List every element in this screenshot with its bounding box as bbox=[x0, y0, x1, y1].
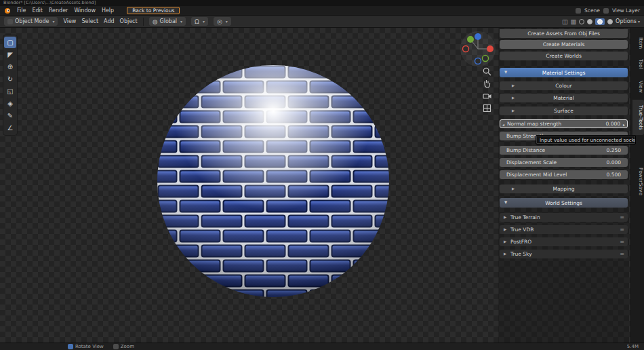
tooltip: Input value used for unconnected socket bbox=[536, 135, 636, 144]
statusbar-stats: 5.4M bbox=[627, 344, 639, 349]
slider-label: Displacement Scale bbox=[506, 158, 557, 167]
overlays-icon[interactable]: ◫ bbox=[562, 18, 568, 25]
sphere-object[interactable] bbox=[157, 64, 390, 298]
menu-object[interactable]: Object bbox=[120, 18, 138, 24]
world-settings-header[interactable]: World Settings bbox=[500, 198, 628, 208]
menu-edit[interactable]: Edit bbox=[32, 7, 43, 14]
tool-transform[interactable]: ◈ bbox=[4, 98, 16, 109]
slider-label: Displacement Mid Level bbox=[506, 170, 567, 179]
slider-value: 0.250 bbox=[607, 146, 621, 155]
tool-move[interactable]: ⊕ bbox=[4, 61, 16, 73]
displacement-scale-slider[interactable]: Displacement Scale 0.000 bbox=[500, 158, 628, 167]
true-sky-panel[interactable]: True Sky ≡ bbox=[500, 250, 628, 258]
wireframe-shading-icon[interactable] bbox=[579, 19, 584, 24]
gizmo-y-axis bbox=[467, 36, 474, 43]
menu-file[interactable]: File bbox=[17, 7, 26, 14]
sidebar-panel: Create Assets From Obj Files Create Mate… bbox=[498, 28, 629, 343]
scene-selector[interactable]: Scene bbox=[584, 7, 600, 14]
menu-select[interactable]: Select bbox=[81, 18, 98, 24]
window-title: Blender* [C:\Users\...\CreateAssets.blen… bbox=[3, 0, 96, 5]
pan-hand-icon[interactable] bbox=[483, 79, 491, 88]
gizmo-x-axis-neg bbox=[463, 46, 469, 52]
gizmo-x-axis bbox=[487, 45, 494, 52]
grip-icon[interactable]: ≡ bbox=[620, 250, 624, 258]
colour-section[interactable]: Colour bbox=[500, 81, 628, 90]
gizmo-y-axis-neg bbox=[483, 56, 489, 62]
slider-decrease-icon[interactable]: ◂ bbox=[502, 120, 504, 129]
postfro-panel[interactable]: PostFRO ≡ bbox=[500, 237, 628, 246]
tool-rotate[interactable]: ↻ bbox=[4, 73, 16, 85]
xray-icon[interactable]: ▥ bbox=[571, 18, 577, 25]
transform-orientation-dropdown[interactable]: ◍ Global bbox=[149, 17, 186, 26]
menu-window[interactable]: Window bbox=[74, 7, 96, 14]
menu-render[interactable]: Render bbox=[49, 7, 68, 14]
menu-add[interactable]: Add bbox=[104, 18, 115, 24]
hint-label: Zoom bbox=[121, 344, 134, 349]
mapping-section[interactable]: Mapping bbox=[500, 184, 628, 193]
grip-icon[interactable]: ≡ bbox=[620, 237, 624, 246]
slider-label: Normal map strength bbox=[507, 119, 561, 128]
view-layer-selector[interactable]: View Layer bbox=[612, 7, 640, 14]
window-titlebar: Blender* [C:\Users\...\CreateAssets.blen… bbox=[0, 0, 644, 6]
material-shading-icon bbox=[597, 19, 603, 24]
grip-icon[interactable]: ≡ bbox=[620, 213, 624, 222]
tab-powersave[interactable]: PowerSave bbox=[632, 163, 644, 200]
options-dropdown[interactable]: Options bbox=[616, 18, 640, 24]
create-materials-button[interactable]: Create Materials bbox=[500, 40, 628, 49]
mouse-left-icon bbox=[68, 344, 73, 349]
orthographic-grid-icon[interactable] bbox=[483, 104, 491, 113]
normal-map-strength-slider[interactable]: ◂ Normal map strength 0.000 ▸ bbox=[500, 119, 628, 128]
create-assets-button[interactable]: Create Assets From Obj Files bbox=[500, 29, 628, 38]
snapping-dropdown[interactable]: Ω bbox=[191, 17, 208, 26]
object-mode-icon bbox=[7, 19, 13, 24]
grip-icon[interactable]: ≡ bbox=[620, 225, 624, 234]
viewport-header-right: ◫ ▥ Options bbox=[562, 18, 640, 25]
zoom-icon[interactable] bbox=[483, 67, 491, 76]
tool-box-select[interactable]: ▢ bbox=[4, 37, 16, 48]
slider-value: 0.000 bbox=[606, 119, 620, 128]
create-worlds-button[interactable]: Create Worlds bbox=[500, 52, 628, 60]
true-vdb-panel[interactable]: True VDB ≡ bbox=[500, 225, 628, 234]
menu-view[interactable]: View bbox=[63, 18, 76, 24]
tool-scale[interactable]: ◱ bbox=[4, 85, 16, 97]
slider-increase-icon[interactable]: ▸ bbox=[623, 120, 625, 129]
statusbar: Rotate View Zoom 5.4M bbox=[0, 343, 644, 350]
material-shading-active[interactable] bbox=[595, 18, 605, 25]
panel-label: PostFRO bbox=[510, 237, 531, 246]
back-to-previous-button[interactable]: Back to Previous bbox=[127, 7, 180, 14]
gizmo-z-axis bbox=[475, 33, 481, 40]
blender-window: Blender* [C:\Users\...\CreateAssets.blen… bbox=[0, 0, 644, 350]
material-section[interactable]: Material bbox=[500, 94, 628, 102]
divider bbox=[143, 18, 144, 26]
slider-value: 0.500 bbox=[607, 170, 621, 179]
tab-item[interactable]: Item bbox=[632, 35, 644, 52]
tool-annotate[interactable]: ✎ bbox=[4, 110, 16, 121]
solid-shading-icon[interactable] bbox=[587, 19, 592, 24]
proportional-editing-dropdown[interactable]: ◎ bbox=[214, 17, 231, 26]
mode-dropdown[interactable]: Object Mode bbox=[4, 17, 58, 26]
camera-icon[interactable] bbox=[483, 92, 491, 100]
viewport-controls bbox=[483, 67, 491, 113]
displacement-mid-level-slider[interactable]: Displacement Mid Level 0.500 bbox=[500, 170, 628, 179]
surface-section[interactable]: Surface bbox=[500, 106, 628, 115]
rendered-shading-icon[interactable] bbox=[607, 19, 613, 24]
tool-cursor[interactable]: ◤ bbox=[4, 49, 16, 60]
tab-true-tools[interactable]: True-Tools bbox=[632, 100, 644, 135]
slider-label: Bump Distance bbox=[506, 146, 545, 155]
true-terrain-panel[interactable]: True Terrain ≡ bbox=[500, 213, 628, 222]
panel-label: True VDB bbox=[510, 225, 534, 234]
mouse-middle-icon bbox=[113, 344, 119, 349]
panel-label: True Sky bbox=[510, 250, 532, 258]
bump-distance-slider[interactable]: Bump Distance 0.250 bbox=[500, 146, 628, 155]
topbar: File Edit Render Window Help Back to Pre… bbox=[0, 6, 644, 15]
proportional-editing-icon: ◎ bbox=[217, 18, 222, 25]
tool-measure[interactable]: ∠ bbox=[4, 122, 16, 134]
tab-tool[interactable]: Tool bbox=[632, 56, 644, 72]
menu-help[interactable]: Help bbox=[102, 7, 114, 14]
navigation-gizmo[interactable] bbox=[460, 31, 496, 67]
material-settings-header[interactable]: Material Settings bbox=[500, 68, 628, 77]
panel-label: True Terrain bbox=[510, 213, 540, 222]
3d-viewport[interactable]: ▢ ◤ ⊕ ↻ ◱ ◈ ✎ ∠ bbox=[0, 28, 644, 343]
topbar-right: Scene View Layer bbox=[576, 7, 640, 14]
tab-view[interactable]: View bbox=[632, 78, 644, 96]
